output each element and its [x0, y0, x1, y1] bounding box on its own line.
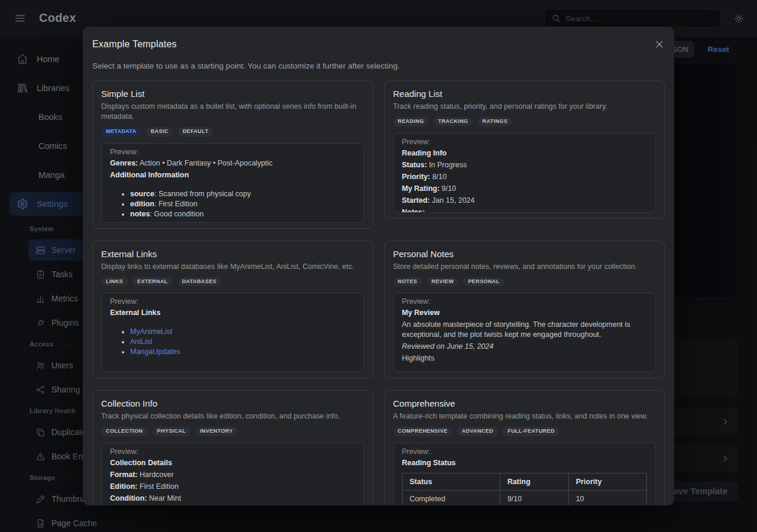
template-tags: COLLECTIONPHYSICALINVENTORY — [101, 427, 364, 436]
template-description: Store detailed personal notes, reviews, … — [393, 262, 656, 272]
preview-field: My Rating: 9/10 — [402, 184, 648, 194]
template-name: Reading List — [393, 88, 656, 99]
preview-field: Condition: Near Mint — [110, 494, 355, 504]
preview-bullet: notes: Good condition — [130, 209, 355, 219]
preview-bullet: edition: First Edition — [130, 199, 355, 209]
template-tag: TRACKING — [434, 117, 473, 126]
preview-table-header: Priority — [568, 473, 646, 490]
template-preview: Preview: Genres: Action • Dark Fantasy •… — [101, 143, 364, 223]
preview-link[interactable]: MyAnimeList — [130, 327, 173, 336]
template-tags: METADATABASICDEFAULT — [101, 127, 364, 137]
template-grid: Simple List Displays custom metadata as … — [92, 80, 665, 505]
template-preview: Preview: Reading InfoStatus: In Progress… — [393, 133, 656, 213]
template-description: Track reading status, priority, and pers… — [393, 102, 656, 112]
preview-heading: Reading Status — [402, 458, 648, 468]
template-tags: COMPREHENSIVEADVANCEDFULL-FEATURED — [393, 427, 656, 436]
preview-link[interactable]: AniList — [130, 338, 153, 346]
preview-link[interactable]: MangaUpdates — [130, 348, 180, 356]
preview-field: Format: Hardcover — [110, 470, 355, 480]
template-name: External Links — [101, 248, 364, 259]
template-description: Displays custom metadata as a bullet lis… — [101, 102, 364, 122]
preview-table-cell: Completed — [402, 490, 500, 505]
template-preview: Preview: External LinksMyAnimeListAniLis… — [101, 293, 364, 372]
template-tags: READINGTRACKINGRATINGS — [393, 117, 656, 126]
preview-text: Highlights — [402, 353, 648, 364]
template-tags: LINKSEXTERNALDATABASES — [101, 277, 364, 287]
template-tag: READING — [393, 117, 429, 126]
dialog-subtitle: Select a template to use as a starting p… — [92, 61, 665, 70]
template-tag: NOTES — [393, 277, 422, 287]
template-card-reading-list[interactable]: Reading List Track reading status, prior… — [384, 80, 665, 219]
preview-field: Purchased: Nov 20, 2023 — [110, 505, 355, 506]
template-description: Display links to external databases like… — [101, 262, 364, 272]
preview-field: Notes: — [402, 207, 648, 213]
template-tag: ADVANCED — [457, 427, 499, 436]
example-templates-dialog: Example Templates Select a template to u… — [83, 27, 674, 505]
template-tag: COMPREHENSIVE — [393, 427, 452, 436]
template-tags: NOTESREVIEWPERSONAL — [393, 277, 656, 287]
close-icon[interactable] — [654, 39, 665, 50]
template-tag: BASIC — [146, 127, 173, 137]
preview-field: Started: Jan 15, 2024 — [402, 196, 648, 206]
template-tag: FULL-FEATURED — [503, 427, 559, 436]
preview-heading: External Links — [110, 308, 355, 318]
preview-table-row: Completed9/1010 — [402, 490, 647, 505]
preview-label: Preview: — [110, 447, 355, 456]
template-name: Comprehensive — [393, 398, 656, 409]
template-name: Simple List — [101, 88, 364, 99]
template-tag: DEFAULT — [178, 127, 213, 137]
template-tag: PHYSICAL — [153, 427, 191, 436]
preview-field: Genres: Action • Dark Fantasy • Post-Apo… — [110, 158, 355, 168]
preview-heading: Reading Info — [402, 148, 648, 158]
template-name: Collection Info — [101, 398, 364, 409]
preview-link-item: MyAnimeList — [130, 327, 355, 337]
template-tag: METADATA — [101, 127, 141, 137]
preview-link-list: MyAnimeListAniListMangaUpdates — [110, 327, 355, 357]
preview-field: Priority: 8/10 — [402, 172, 648, 182]
preview-bullet-list: source: Scanned from physical copyeditio… — [110, 189, 355, 219]
preview-field: Status: In Progress — [402, 160, 648, 170]
preview-label: Preview: — [402, 297, 648, 306]
preview-heading: Additional Information — [110, 170, 355, 180]
template-card-comprehensive[interactable]: Comprehensive A feature-rich template co… — [384, 390, 665, 505]
template-tag: EXTERNAL — [132, 277, 173, 287]
dialog-title: Example Templates — [92, 39, 177, 50]
preview-label: Preview: — [110, 297, 355, 306]
template-card-collection-info[interactable]: Collection Info Track physical collectio… — [92, 390, 373, 505]
template-preview: Preview: Reading StatusStatusRatingPrior… — [393, 443, 656, 506]
template-tag: PERSONAL — [463, 277, 504, 287]
preview-table-header: Rating — [500, 473, 568, 490]
template-tag: LINKS — [101, 277, 128, 287]
preview-field: Edition: First Edition — [110, 482, 355, 492]
template-tag: REVIEW — [427, 277, 459, 287]
template-tag: INVENTORY — [195, 427, 238, 436]
preview-text: An absolute masterpiece of storytelling.… — [402, 320, 648, 340]
preview-label: Preview: — [402, 447, 648, 456]
preview-text-italic: Reviewed on June 15, 2024 — [402, 342, 648, 352]
preview-bullet: source: Scanned from physical copy — [130, 189, 355, 199]
preview-table-cell: 9/10 — [500, 490, 568, 505]
preview-link-item: AniList — [130, 337, 355, 347]
preview-table-header: Status — [402, 473, 500, 490]
template-card-external-links[interactable]: External Links Display links to external… — [92, 241, 373, 379]
template-tag: RATINGS — [478, 117, 513, 126]
template-preview: Preview: Collection DetailsFormat: Hardc… — [101, 443, 364, 506]
template-name: Personal Notes — [393, 248, 656, 259]
template-card-personal-notes[interactable]: Personal Notes Store detailed personal n… — [384, 241, 665, 379]
preview-heading: Collection Details — [110, 458, 355, 468]
preview-table: StatusRatingPriorityCompleted9/1010 — [402, 473, 648, 506]
preview-table-cell: 10 — [568, 490, 646, 505]
preview-link-item: MangaUpdates — [130, 347, 355, 357]
preview-heading: My Review — [402, 308, 648, 318]
preview-label: Preview: — [110, 147, 355, 157]
template-card-simple-list[interactable]: Simple List Displays custom metadata as … — [92, 80, 373, 229]
preview-label: Preview: — [402, 137, 648, 147]
template-description: A feature-rich template combining readin… — [393, 411, 656, 421]
template-description: Track physical collection details like e… — [101, 411, 364, 421]
template-tag: COLLECTION — [101, 427, 148, 436]
template-tag: DATABASES — [177, 277, 221, 287]
template-preview: Preview: My ReviewAn absolute masterpiec… — [393, 293, 656, 372]
